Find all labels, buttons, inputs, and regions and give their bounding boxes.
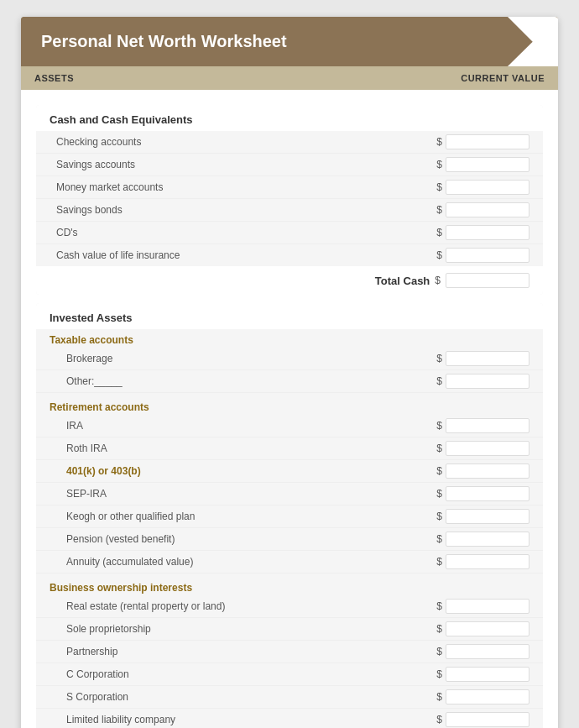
list-item: CD's $ (36, 222, 543, 244)
value-input[interactable] (446, 202, 529, 217)
row-value: $ (436, 157, 529, 172)
row-label: Cash value of life insurance (56, 249, 180, 261)
row-value: $ (436, 644, 529, 659)
row-label: Other:_____ (66, 375, 123, 387)
list-item: Annuity (accumulated value) $ (36, 551, 543, 573)
value-input[interactable] (446, 134, 529, 149)
value-input[interactable] (446, 374, 529, 389)
business-subsection-label: Business ownership interests (36, 577, 543, 595)
value-input[interactable] (446, 712, 529, 727)
list-item: Money market accounts $ (36, 176, 543, 199)
row-value: $ (436, 418, 529, 433)
total-cash-input[interactable] (446, 273, 529, 288)
value-input[interactable] (446, 464, 529, 479)
invested-section-title: Invested Assets (36, 303, 543, 329)
row-value: $ (436, 351, 529, 366)
worksheet-container: Personal Net Worth Worksheet ASSETS CURR… (21, 17, 558, 728)
row-label: Brokerage (66, 353, 112, 364)
value-input[interactable] (446, 248, 529, 263)
list-item: SEP-IRA $ (36, 483, 543, 505)
row-label: Keogh or other qualified plan (66, 511, 195, 522)
value-input[interactable] (446, 351, 529, 366)
value-input[interactable] (446, 180, 529, 195)
list-item: Savings accounts $ (36, 154, 543, 176)
list-item: Limited liability company $ (36, 709, 543, 728)
row-value: $ (436, 712, 529, 727)
value-input[interactable] (446, 554, 529, 569)
row-value: $ (436, 486, 529, 501)
total-cash-row: Total Cash $ (36, 266, 543, 295)
row-value: $ (436, 667, 529, 682)
list-item: Other:_____ $ (36, 370, 543, 393)
list-item: S Corporation $ (36, 686, 543, 709)
row-label: Partnership (66, 646, 117, 657)
row-label: C Corporation (66, 668, 129, 680)
value-input[interactable] (446, 225, 529, 240)
value-input[interactable] (446, 532, 529, 547)
cash-rows: Checking accounts $ Savings accounts $ M… (36, 131, 543, 266)
row-label: Money market accounts (56, 181, 163, 193)
row-label: Sole proprietorship (66, 623, 151, 635)
title-bar: Personal Net Worth Worksheet (21, 17, 558, 66)
list-item: Sole proprietorship $ (36, 618, 543, 641)
value-input[interactable] (446, 621, 529, 636)
row-label: IRA (66, 420, 83, 432)
list-item: Keogh or other qualified plan $ (36, 505, 543, 528)
list-item: C Corporation $ (36, 663, 543, 686)
list-item: 401(k) or 403(b) $ (36, 460, 543, 483)
row-value: $ (436, 374, 529, 389)
value-input[interactable] (446, 509, 529, 524)
row-value: $ (436, 248, 529, 263)
row-value: $ (436, 225, 529, 240)
row-value: $ (436, 532, 529, 547)
list-item: Checking accounts $ (36, 131, 543, 154)
current-value-header: CURRENT VALUE (461, 73, 545, 83)
table-header: ASSETS CURRENT VALUE (21, 66, 558, 90)
cash-section: Cash and Cash Equivalents Checking accou… (36, 105, 543, 295)
value-input[interactable] (446, 486, 529, 501)
row-label: Limited liability company (66, 714, 175, 725)
row-label: Checking accounts (56, 136, 141, 148)
page-title: Personal Net Worth Worksheet (41, 32, 287, 50)
row-label: Pension (vested benefit) (66, 533, 175, 545)
cash-section-title: Cash and Cash Equivalents (36, 105, 543, 131)
row-value: $ (436, 599, 529, 614)
row-value: $ (436, 180, 529, 195)
row-label: CD's (56, 227, 78, 238)
row-value: $ (436, 554, 529, 569)
value-input[interactable] (446, 418, 529, 433)
row-label: Roth IRA (66, 443, 107, 454)
row-value: $ (436, 134, 529, 149)
list-item: IRA $ (36, 415, 543, 437)
row-label: S Corporation (66, 691, 128, 703)
invested-section: Invested Assets Taxable accounts Brokera… (36, 303, 543, 728)
row-value: $ (436, 441, 529, 456)
list-item: Roth IRA $ (36, 437, 543, 460)
row-value: $ (436, 621, 529, 636)
list-item: Partnership $ (36, 641, 543, 663)
taxable-subsection-label: Taxable accounts (36, 329, 543, 348)
value-input[interactable] (446, 667, 529, 682)
row-value: $ (436, 689, 529, 704)
assets-header: ASSETS (34, 73, 74, 83)
row-label: Savings bonds (56, 204, 123, 216)
list-item: Cash value of life insurance $ (36, 244, 543, 266)
row-value: $ (436, 509, 529, 524)
total-cash-label: Total Cash (375, 275, 430, 287)
value-input[interactable] (446, 644, 529, 659)
row-label: Annuity (accumulated value) (66, 556, 193, 568)
row-label: Savings accounts (56, 159, 135, 170)
list-item: Real estate (rental property or land) $ (36, 595, 543, 618)
row-label: 401(k) or 403(b) (66, 465, 141, 477)
value-input[interactable] (446, 441, 529, 456)
row-value: $ (436, 202, 529, 217)
value-input[interactable] (446, 689, 529, 704)
row-label: Real estate (rental property or land) (66, 600, 225, 612)
list-item: Pension (vested benefit) $ (36, 528, 543, 551)
retirement-subsection-label: Retirement accounts (36, 396, 543, 415)
row-value: $ (436, 464, 529, 479)
value-input[interactable] (446, 157, 529, 172)
list-item: Brokerage $ (36, 348, 543, 370)
value-input[interactable] (446, 599, 529, 614)
row-label: SEP-IRA (66, 488, 107, 500)
